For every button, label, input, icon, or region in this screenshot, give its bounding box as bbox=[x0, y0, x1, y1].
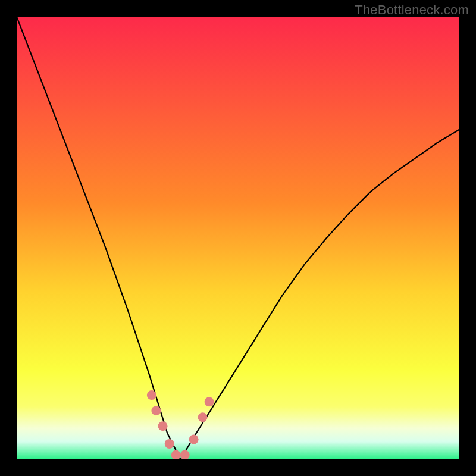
curve-marker bbox=[151, 406, 161, 415]
curve-marker bbox=[171, 450, 181, 459]
curve-marker bbox=[198, 412, 208, 422]
chart-foreground bbox=[17, 17, 459, 459]
watermark-text: TheBottleneck.com bbox=[355, 2, 469, 18]
curve-marker bbox=[189, 435, 199, 444]
curve-marker bbox=[158, 421, 168, 431]
curve-marker bbox=[180, 450, 190, 459]
curve-marker bbox=[147, 390, 156, 400]
chart-frame: TheBottleneck.com bbox=[0, 0, 476, 476]
curve-marker bbox=[165, 439, 174, 449]
plot-area bbox=[17, 17, 459, 459]
bottleneck-curve bbox=[17, 17, 459, 459]
curve-marker bbox=[205, 397, 214, 406]
